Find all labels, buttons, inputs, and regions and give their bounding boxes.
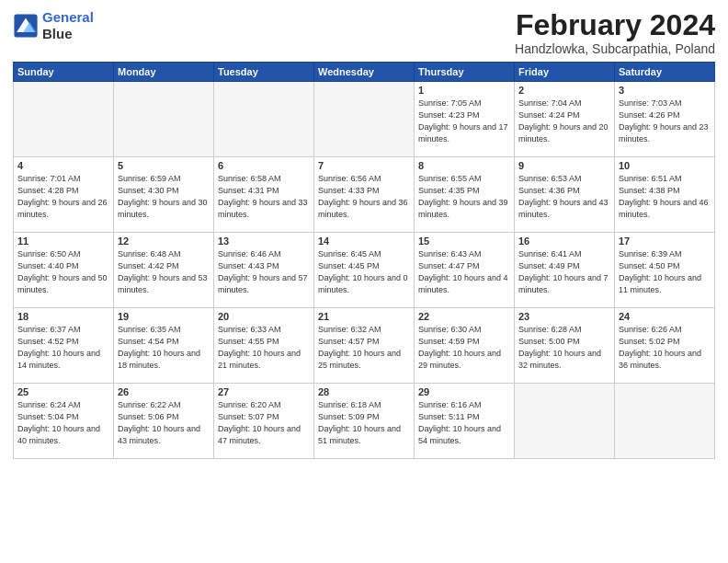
header-tuesday: Tuesday [214, 63, 314, 82]
day-number: 13 [218, 236, 310, 247]
day-number: 12 [118, 236, 210, 247]
day-number: 22 [418, 311, 510, 322]
day-info: Sunrise: 6:32 AMSunset: 4:57 PMDaylight:… [318, 324, 410, 372]
day-info: Sunrise: 6:20 AMSunset: 5:07 PMDaylight:… [218, 399, 310, 447]
table-cell: 5Sunrise: 6:59 AMSunset: 4:30 PMDaylight… [114, 157, 214, 233]
table-cell: 1Sunrise: 7:05 AMSunset: 4:23 PMDaylight… [415, 82, 515, 157]
day-info: Sunrise: 6:41 AMSunset: 4:49 PMDaylight:… [518, 248, 610, 296]
table-cell: 7Sunrise: 6:56 AMSunset: 4:33 PMDaylight… [314, 157, 415, 233]
table-cell: 22Sunrise: 6:30 AMSunset: 4:59 PMDayligh… [415, 308, 515, 384]
location: Handzlowka, Subcarpathia, Poland [515, 41, 715, 56]
day-info: Sunrise: 6:53 AMSunset: 4:36 PMDaylight:… [518, 173, 610, 221]
day-info: Sunrise: 6:50 AMSunset: 4:40 PMDaylight:… [17, 248, 109, 296]
table-cell: 6Sunrise: 6:58 AMSunset: 4:31 PMDaylight… [214, 157, 314, 233]
table-cell: 20Sunrise: 6:33 AMSunset: 4:55 PMDayligh… [214, 308, 314, 384]
table-cell: 18Sunrise: 6:37 AMSunset: 4:52 PMDayligh… [14, 308, 114, 384]
table-cell: 21Sunrise: 6:32 AMSunset: 4:57 PMDayligh… [314, 308, 415, 384]
calendar-table: Sunday Monday Tuesday Wednesday Thursday… [13, 62, 715, 459]
header-wednesday: Wednesday [314, 63, 415, 82]
day-number: 11 [17, 236, 109, 247]
day-number: 6 [218, 160, 310, 171]
table-cell [214, 82, 314, 157]
day-number: 23 [518, 311, 610, 322]
table-cell: 14Sunrise: 6:45 AMSunset: 4:45 PMDayligh… [314, 233, 415, 308]
table-cell: 26Sunrise: 6:22 AMSunset: 5:06 PMDayligh… [114, 384, 214, 459]
table-cell: 17Sunrise: 6:39 AMSunset: 4:50 PMDayligh… [615, 233, 715, 308]
table-cell: 3Sunrise: 7:03 AMSunset: 4:26 PMDaylight… [615, 82, 715, 157]
day-number: 5 [118, 160, 210, 171]
day-number: 4 [17, 160, 109, 171]
day-info: Sunrise: 7:03 AMSunset: 4:26 PMDaylight:… [619, 98, 711, 145]
table-cell: 28Sunrise: 6:18 AMSunset: 5:09 PMDayligh… [314, 384, 415, 459]
day-info: Sunrise: 6:58 AMSunset: 4:31 PMDaylight:… [218, 173, 310, 221]
table-cell: 11Sunrise: 6:50 AMSunset: 4:40 PMDayligh… [14, 233, 114, 308]
day-info: Sunrise: 6:48 AMSunset: 4:42 PMDaylight:… [118, 248, 210, 296]
header-monday: Monday [114, 63, 214, 82]
week-row-3: 11Sunrise: 6:50 AMSunset: 4:40 PMDayligh… [14, 233, 715, 308]
header-friday: Friday [515, 63, 615, 82]
logo-icon [13, 13, 39, 39]
week-row-1: 1Sunrise: 7:05 AMSunset: 4:23 PMDaylight… [14, 82, 715, 157]
day-number: 3 [619, 85, 711, 96]
table-cell: 16Sunrise: 6:41 AMSunset: 4:49 PMDayligh… [515, 233, 615, 308]
day-number: 1 [418, 85, 510, 96]
day-number: 29 [418, 386, 510, 397]
day-number: 14 [318, 236, 410, 247]
day-info: Sunrise: 6:39 AMSunset: 4:50 PMDaylight:… [619, 248, 711, 296]
day-number: 21 [318, 311, 410, 322]
day-info: Sunrise: 6:56 AMSunset: 4:33 PMDaylight:… [318, 173, 410, 221]
day-info: Sunrise: 6:22 AMSunset: 5:06 PMDaylight:… [118, 399, 210, 447]
day-info: Sunrise: 6:46 AMSunset: 4:43 PMDaylight:… [218, 248, 310, 296]
table-cell [114, 82, 214, 157]
day-info: Sunrise: 6:37 AMSunset: 4:52 PMDaylight:… [17, 324, 109, 372]
header-sunday: Sunday [14, 63, 114, 82]
month-title: February 2024 [515, 9, 715, 41]
day-info: Sunrise: 6:26 AMSunset: 5:02 PMDaylight:… [619, 324, 711, 372]
day-number: 27 [218, 386, 310, 397]
day-info: Sunrise: 7:04 AMSunset: 4:24 PMDaylight:… [518, 98, 610, 145]
day-number: 19 [118, 311, 210, 322]
day-number: 24 [619, 311, 711, 322]
day-number: 7 [318, 160, 410, 171]
day-number: 20 [218, 311, 310, 322]
title-block: February 2024 Handzlowka, Subcarpathia, … [515, 9, 715, 56]
table-cell: 19Sunrise: 6:35 AMSunset: 4:54 PMDayligh… [114, 308, 214, 384]
header-thursday: Thursday [415, 63, 515, 82]
week-row-2: 4Sunrise: 7:01 AMSunset: 4:28 PMDaylight… [14, 157, 715, 233]
day-info: Sunrise: 6:55 AMSunset: 4:35 PMDaylight:… [418, 173, 510, 221]
header-saturday: Saturday [615, 63, 715, 82]
day-number: 25 [17, 386, 109, 397]
table-cell: 27Sunrise: 6:20 AMSunset: 5:07 PMDayligh… [214, 384, 314, 459]
day-info: Sunrise: 6:33 AMSunset: 4:55 PMDaylight:… [218, 324, 310, 372]
logo-text: General Blue [42, 9, 94, 42]
day-number: 8 [418, 160, 510, 171]
table-cell [515, 384, 615, 459]
day-number: 18 [17, 311, 109, 322]
table-cell: 25Sunrise: 6:24 AMSunset: 5:04 PMDayligh… [14, 384, 114, 459]
day-number: 10 [619, 160, 711, 171]
day-number: 15 [418, 236, 510, 247]
table-cell [615, 384, 715, 459]
day-info: Sunrise: 7:05 AMSunset: 4:23 PMDaylight:… [418, 98, 510, 145]
table-cell: 24Sunrise: 6:26 AMSunset: 5:02 PMDayligh… [615, 308, 715, 384]
week-row-5: 25Sunrise: 6:24 AMSunset: 5:04 PMDayligh… [14, 384, 715, 459]
table-cell: 4Sunrise: 7:01 AMSunset: 4:28 PMDaylight… [14, 157, 114, 233]
day-info: Sunrise: 6:16 AMSunset: 5:11 PMDaylight:… [418, 399, 510, 447]
table-cell: 2Sunrise: 7:04 AMSunset: 4:24 PMDaylight… [515, 82, 615, 157]
day-info: Sunrise: 6:35 AMSunset: 4:54 PMDaylight:… [118, 324, 210, 372]
day-number: 9 [518, 160, 610, 171]
table-cell: 8Sunrise: 6:55 AMSunset: 4:35 PMDaylight… [415, 157, 515, 233]
weekday-header-row: Sunday Monday Tuesday Wednesday Thursday… [14, 63, 715, 82]
day-info: Sunrise: 6:30 AMSunset: 4:59 PMDaylight:… [418, 324, 510, 372]
day-info: Sunrise: 6:45 AMSunset: 4:45 PMDaylight:… [318, 248, 410, 296]
day-info: Sunrise: 6:18 AMSunset: 5:09 PMDaylight:… [318, 399, 410, 447]
day-number: 26 [118, 386, 210, 397]
day-info: Sunrise: 6:28 AMSunset: 5:00 PMDaylight:… [518, 324, 610, 372]
header: General Blue February 2024 Handzlowka, S… [13, 9, 715, 56]
table-cell: 10Sunrise: 6:51 AMSunset: 4:38 PMDayligh… [615, 157, 715, 233]
table-cell: 29Sunrise: 6:16 AMSunset: 5:11 PMDayligh… [415, 384, 515, 459]
day-info: Sunrise: 7:01 AMSunset: 4:28 PMDaylight:… [17, 173, 109, 221]
day-info: Sunrise: 6:43 AMSunset: 4:47 PMDaylight:… [418, 248, 510, 296]
logo: General Blue [13, 9, 94, 42]
table-cell: 23Sunrise: 6:28 AMSunset: 5:00 PMDayligh… [515, 308, 615, 384]
